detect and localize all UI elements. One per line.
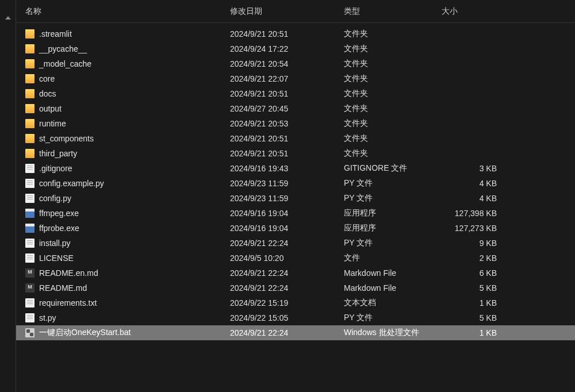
file-name-label: 一键启动OneKeyStart.bat bbox=[39, 328, 131, 338]
file-type-cell: 文件夹 bbox=[344, 133, 442, 144]
file-name-label: _model_cache bbox=[39, 59, 91, 68]
file-type-cell: 文件夹 bbox=[344, 148, 442, 159]
file-type-cell: 文本文档 bbox=[344, 298, 442, 308]
file-name-label: install.py bbox=[39, 239, 70, 248]
file-row[interactable]: st.py2024/9/22 15:05PY 文件5 KB bbox=[16, 310, 575, 325]
file-date-cell: 2024/9/21 22:24 bbox=[230, 328, 344, 337]
file-icon bbox=[25, 194, 34, 203]
file-name-label: ffprobe.exe bbox=[39, 224, 79, 233]
column-header-type[interactable]: 类型 bbox=[344, 6, 442, 17]
file-name-cell: 一键启动OneKeyStart.bat bbox=[25, 328, 230, 338]
file-row[interactable]: requirements.txt2024/9/22 15:19文本文档1 KB bbox=[16, 295, 575, 310]
file-icon bbox=[25, 253, 34, 263]
file-type-cell: 文件夹 bbox=[344, 89, 442, 99]
file-row[interactable]: LICENSE2024/9/5 10:20文件2 KB bbox=[16, 251, 575, 266]
folder-icon bbox=[25, 89, 34, 98]
folder-icon bbox=[25, 59, 34, 68]
file-name-label: ffmpeg.exe bbox=[39, 209, 79, 218]
file-date-cell: 2024/9/16 19:04 bbox=[230, 209, 344, 218]
file-icon bbox=[25, 313, 34, 322]
file-row[interactable]: README.en.md2024/9/21 22:24Markdown File… bbox=[16, 266, 575, 280]
folder-icon bbox=[25, 29, 34, 39]
file-row[interactable]: config.example.py2024/9/23 11:59PY 文件4 K… bbox=[16, 176, 575, 191]
file-name-label: core bbox=[39, 74, 55, 83]
file-date-cell: 2024/9/21 20:51 bbox=[230, 149, 344, 158]
file-row[interactable]: __pycache__2024/9/24 17:22文件夹 bbox=[16, 41, 575, 56]
chevron-up-icon[interactable] bbox=[5, 16, 11, 20]
file-type-cell: 文件夹 bbox=[344, 44, 442, 54]
file-size-cell: 5 KB bbox=[442, 313, 511, 322]
folder-icon bbox=[25, 104, 34, 113]
file-row[interactable]: _model_cache2024/9/21 20:54文件夹 bbox=[16, 56, 575, 71]
folder-icon bbox=[25, 134, 34, 143]
file-name-label: config.py bbox=[39, 194, 71, 203]
file-type-cell: PY 文件 bbox=[344, 238, 442, 248]
file-row[interactable]: .streamlit2024/9/21 20:51文件夹 bbox=[16, 26, 575, 41]
folder-icon bbox=[25, 119, 34, 128]
file-name-label: runtime bbox=[39, 119, 66, 128]
file-icon bbox=[25, 298, 34, 308]
file-row[interactable]: 一键启动OneKeyStart.bat2024/9/21 22:24Window… bbox=[16, 325, 575, 340]
file-name-cell: requirements.txt bbox=[25, 298, 230, 308]
file-type-cell: GITIGNORE 文件 bbox=[344, 163, 442, 174]
file-date-cell: 2024/9/16 19:43 bbox=[230, 164, 344, 173]
file-row[interactable]: ffmpeg.exe2024/9/16 19:04应用程序127,398 KB bbox=[16, 206, 575, 221]
file-type-cell: Markdown File bbox=[344, 283, 442, 293]
file-row[interactable]: config.py2024/9/23 11:59PY 文件4 KB bbox=[16, 191, 575, 206]
file-row[interactable]: docs2024/9/21 20:51文件夹 bbox=[16, 86, 575, 101]
file-row[interactable]: core2024/9/21 22:07文件夹 bbox=[16, 71, 575, 86]
file-row[interactable]: st_components2024/9/21 20:51文件夹 bbox=[16, 131, 575, 146]
file-size-cell: 3 KB bbox=[442, 164, 511, 173]
file-name-cell: install.py bbox=[25, 239, 230, 248]
file-explorer: 名称 修改日期 类型 大小 .streamlit2024/9/21 20:51文… bbox=[0, 0, 575, 392]
file-date-cell: 2024/9/21 22:24 bbox=[230, 239, 344, 248]
file-name-cell: .gitignore bbox=[25, 164, 230, 173]
file-row[interactable]: runtime2024/9/21 20:53文件夹 bbox=[16, 116, 575, 131]
column-header-date[interactable]: 修改日期 bbox=[230, 6, 344, 17]
file-date-cell: 2024/9/21 20:51 bbox=[230, 134, 344, 143]
file-size-cell: 2 KB bbox=[442, 253, 511, 263]
file-size-cell: 9 KB bbox=[442, 239, 511, 248]
file-type-cell: 文件夹 bbox=[344, 103, 442, 114]
file-type-cell: 应用程序 bbox=[344, 223, 442, 233]
file-date-cell: 2024/9/16 19:04 bbox=[230, 224, 344, 233]
file-type-cell: 文件夹 bbox=[344, 29, 442, 39]
file-name-cell: third_party bbox=[25, 149, 230, 158]
file-name-cell: LICENSE bbox=[25, 253, 230, 263]
column-header-name[interactable]: 名称 bbox=[25, 6, 230, 17]
left-nav-strip bbox=[0, 0, 16, 392]
file-row[interactable]: install.py2024/9/21 22:24PY 文件9 KB bbox=[16, 236, 575, 251]
file-type-cell: PY 文件 bbox=[344, 193, 442, 203]
bat-icon bbox=[25, 328, 34, 337]
file-name-cell: output bbox=[25, 104, 230, 113]
file-row[interactable]: output2024/9/27 20:45文件夹 bbox=[16, 101, 575, 116]
file-name-label: st_components bbox=[39, 134, 94, 143]
file-row[interactable]: ffprobe.exe2024/9/16 19:04应用程序127,273 KB bbox=[16, 221, 575, 236]
file-date-cell: 2024/9/21 22:24 bbox=[230, 268, 344, 278]
file-name-cell: config.py bbox=[25, 194, 230, 203]
file-type-cell: 文件夹 bbox=[344, 118, 442, 129]
file-date-cell: 2024/9/22 15:05 bbox=[230, 313, 344, 322]
file-size-cell: 127,273 KB bbox=[442, 224, 511, 233]
file-date-cell: 2024/9/24 17:22 bbox=[230, 44, 344, 53]
file-row[interactable]: .gitignore2024/9/16 19:43GITIGNORE 文件3 K… bbox=[16, 161, 575, 176]
file-icon bbox=[25, 239, 34, 248]
folder-icon bbox=[25, 74, 34, 83]
file-type-cell: 文件夹 bbox=[344, 59, 442, 69]
file-name-cell: __pycache__ bbox=[25, 44, 230, 53]
file-name-cell: docs bbox=[25, 89, 230, 98]
file-size-cell: 1 KB bbox=[442, 328, 511, 337]
file-name-label: output bbox=[39, 104, 62, 113]
file-size-cell: 6 KB bbox=[442, 268, 511, 278]
file-date-cell: 2024/9/21 20:54 bbox=[230, 59, 344, 68]
file-name-label: .gitignore bbox=[39, 164, 72, 173]
file-type-cell: Windows 批处理文件 bbox=[344, 328, 442, 338]
file-date-cell: 2024/9/22 15:19 bbox=[230, 298, 344, 308]
column-header-size[interactable]: 大小 bbox=[442, 6, 511, 17]
file-list[interactable]: .streamlit2024/9/21 20:51文件夹__pycache__2… bbox=[16, 23, 575, 392]
main-pane: 名称 修改日期 类型 大小 .streamlit2024/9/21 20:51文… bbox=[16, 0, 575, 392]
file-row[interactable]: third_party2024/9/21 20:51文件夹 bbox=[16, 146, 575, 161]
file-name-cell: ffmpeg.exe bbox=[25, 209, 230, 218]
file-row[interactable]: README.md2024/9/21 22:24Markdown File5 K… bbox=[16, 280, 575, 295]
file-size-cell: 1 KB bbox=[442, 298, 511, 308]
